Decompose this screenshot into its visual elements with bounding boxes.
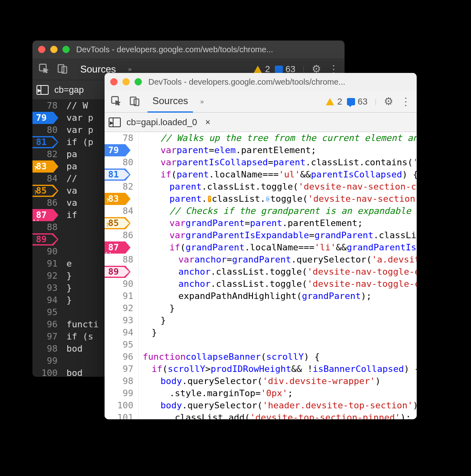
window-title: DevTools - developers.google.com/web/too… xyxy=(148,77,345,87)
code-line[interactable]: .classList.add('devsite-top-section-pinn… xyxy=(139,412,417,419)
file-tab-label[interactable]: cb=gap xyxy=(54,85,84,95)
code-line[interactable]: if (parent.localName === 'ul' && parentI… xyxy=(139,169,417,181)
line-number[interactable]: 100 xyxy=(105,399,135,412)
line-number[interactable]: 82 xyxy=(32,148,59,160)
titlebar: DevTools - developers.google.com/web/too… xyxy=(105,73,417,91)
close-tab-icon[interactable]: × xyxy=(205,117,210,128)
code-line[interactable] xyxy=(139,339,417,351)
line-number[interactable]: ..87 xyxy=(105,241,135,254)
inline-breakpoint-icon[interactable]: ▷ xyxy=(266,196,270,202)
line-number[interactable]: 82 xyxy=(105,181,135,193)
line-number[interactable]: 80 xyxy=(32,124,59,136)
warning-count: 2 xyxy=(337,96,342,107)
line-number[interactable]: 96 xyxy=(32,318,59,331)
line-gutter[interactable]: 7879808182?8384?8586..8788..899091929394… xyxy=(105,132,139,419)
code-line[interactable]: var parentIsCollapsed = parent.classList… xyxy=(139,156,417,169)
line-number[interactable]: 86 xyxy=(105,229,135,241)
line-number[interactable]: 98 xyxy=(32,343,59,355)
code-line[interactable]: parent.?classList.▷toggle('devsite-nav-s… xyxy=(139,193,417,205)
line-number[interactable]: 92 xyxy=(105,302,135,314)
zoom-icon[interactable] xyxy=(135,78,142,85)
code-line[interactable]: .style.marginTop = '0px'; xyxy=(139,387,417,399)
navigator-toggle-icon[interactable]: ▶ xyxy=(109,117,121,127)
console-counts[interactable]: 2 63 xyxy=(326,96,368,107)
line-number[interactable]: 78 xyxy=(105,132,135,144)
code-area[interactable]: // Walks up the tree from the current el… xyxy=(139,132,417,419)
gear-icon[interactable]: ⚙ xyxy=(384,95,393,108)
line-number[interactable]: 84 xyxy=(105,205,135,217)
line-number[interactable]: 97 xyxy=(32,331,59,343)
line-number[interactable]: 95 xyxy=(32,306,59,318)
more-panels-icon[interactable]: » xyxy=(200,98,204,105)
code-line[interactable]: var anchor = grandParent.querySelector('… xyxy=(139,254,417,266)
line-number[interactable]: 97 xyxy=(105,363,135,375)
code-line[interactable]: } xyxy=(139,327,417,339)
close-icon[interactable] xyxy=(110,78,118,85)
line-number[interactable]: 93 xyxy=(105,314,135,327)
kebab-menu-icon[interactable]: ⋮ xyxy=(400,96,411,107)
line-number[interactable]: 96 xyxy=(105,351,135,363)
inspect-icon[interactable] xyxy=(38,63,49,76)
line-number[interactable]: 94 xyxy=(105,327,135,339)
line-number[interactable]: ..87 xyxy=(32,209,59,221)
file-tab-label[interactable]: cb=gapi.loaded_0 xyxy=(126,117,197,128)
line-number[interactable]: 79 xyxy=(105,144,135,156)
line-number[interactable]: 101 xyxy=(105,412,135,419)
line-number[interactable]: ..89 xyxy=(32,233,59,245)
minimize-icon[interactable] xyxy=(122,78,130,85)
code-line[interactable]: anchor.classList.toggle('devsite-nav-tog… xyxy=(139,278,417,290)
device-toggle-icon[interactable] xyxy=(129,95,140,108)
code-line[interactable]: body.querySelector('header.devsite-top-s… xyxy=(139,399,417,412)
line-number[interactable]: 81 xyxy=(105,169,135,181)
line-number[interactable]: 100 xyxy=(32,367,59,377)
devtools-toolbar: Sources » 2 63 | ⚙ ⋮ xyxy=(105,91,417,113)
code-line[interactable]: body.querySelector('div.devsite-wrapper'… xyxy=(139,375,417,387)
line-number[interactable]: 80 xyxy=(105,156,135,169)
line-number[interactable]: 95 xyxy=(105,339,135,351)
line-number[interactable]: ?83 xyxy=(105,193,135,205)
code-line[interactable]: expandPathAndHighlight(grandParent); xyxy=(139,290,417,302)
titlebar: DevTools - developers.google.com/web/too… xyxy=(32,41,345,58)
line-number[interactable]: 98 xyxy=(105,375,135,387)
tab-sources[interactable]: Sources xyxy=(148,91,193,113)
code-line[interactable]: var grandParent = parent.parentElement; xyxy=(139,217,417,229)
inline-breakpoint-icon[interactable]: ? xyxy=(208,196,211,202)
code-line[interactable]: if (scrollY > prodIDRowHeight && !isBann… xyxy=(139,363,417,375)
code-line[interactable]: // Walks up the tree from the current el… xyxy=(139,132,417,144)
minimize-icon[interactable] xyxy=(50,46,58,53)
code-line[interactable]: } xyxy=(139,314,417,327)
line-number[interactable]: ..89 xyxy=(105,266,135,278)
close-icon[interactable] xyxy=(38,46,45,53)
line-number[interactable]: 79 xyxy=(32,112,59,124)
code-editor-light[interactable]: 7879808182?8384?8586..8788..899091929394… xyxy=(105,132,417,419)
line-number[interactable]: 78 xyxy=(32,100,59,112)
line-number[interactable]: 93 xyxy=(32,282,59,294)
line-number[interactable]: 94 xyxy=(32,294,59,306)
file-tab-bar: ▶ cb=gapi.loaded_0 × xyxy=(105,113,417,132)
line-number[interactable]: ?83 xyxy=(32,160,59,173)
line-number[interactable]: ?85 xyxy=(105,217,135,229)
line-number[interactable]: 92 xyxy=(32,270,59,282)
code-line[interactable]: function collapseBanner(scrollY) { xyxy=(139,351,417,363)
code-line[interactable]: var grandParentIsExpandable = grandParen… xyxy=(139,229,417,241)
code-line[interactable]: var parent = elem.parentElement; xyxy=(139,144,417,156)
zoom-icon[interactable] xyxy=(62,46,70,53)
navigator-toggle-icon[interactable]: ▶ xyxy=(36,85,49,95)
code-line[interactable]: anchor.classList.toggle('devsite-nav-tog… xyxy=(139,266,417,278)
line-number[interactable]: 99 xyxy=(105,387,135,399)
line-number[interactable]: 91 xyxy=(32,258,59,270)
code-line[interactable]: parent.classList.toggle('devsite-nav-sec… xyxy=(139,181,417,193)
code-line[interactable]: } xyxy=(139,302,417,314)
inspect-icon[interactable] xyxy=(110,95,122,108)
line-gutter[interactable]: 7879808182?8384?8586..8788..899091929394… xyxy=(32,100,62,377)
more-panels-icon[interactable]: » xyxy=(128,66,132,73)
code-line[interactable]: // Checks if the grandparent is an expan… xyxy=(139,205,417,217)
code-line[interactable]: if (grandParent.localName === 'li' && gr… xyxy=(139,241,417,254)
line-number[interactable]: 99 xyxy=(32,355,59,367)
line-number[interactable]: 84 xyxy=(32,173,59,185)
line-number[interactable]: 81 xyxy=(32,136,59,148)
line-number[interactable]: ?85 xyxy=(32,185,59,197)
line-number[interactable]: 91 xyxy=(105,290,135,302)
device-toggle-icon[interactable] xyxy=(57,63,68,76)
line-number[interactable]: 86 xyxy=(32,197,59,209)
